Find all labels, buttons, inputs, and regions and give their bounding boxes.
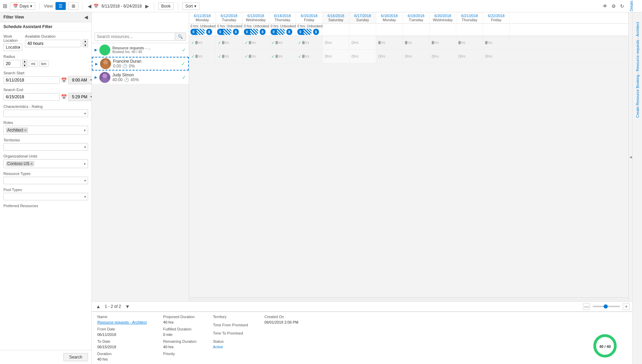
prev-date-button[interactable]: ◀ [87,3,92,10]
status-cell-10 [456,24,483,36]
zoom-thumb[interactable] [604,304,608,309]
pagination-next-button[interactable]: ▼ [124,303,131,310]
calendar-icon-2: 📅 [94,4,99,9]
zoom-out-button[interactable]: — [583,303,590,310]
status-cell-0: 0 hrs: Unbooked 0 8 [189,24,216,36]
sort-button[interactable]: Sort ▾ [182,2,199,10]
date-range-label: 6/11/2018 - 6/24/2018 [101,4,141,9]
judy-cell-2: ✓8hrs [243,50,269,63]
filter-collapse-button[interactable]: ◀ [84,14,88,20]
list-view-button[interactable]: ☰ [55,2,66,10]
search-button[interactable]: Search [63,353,88,361]
right-collapse-handle[interactable]: ◀ [628,12,632,301]
col-date: 6/20/2018 [432,14,454,18]
duration-up-arrow[interactable]: ▲ [83,39,88,43]
created-on-value: 06/01/2018 2:06 PM [264,320,298,324]
francine-cell-2: ✓8hrs [243,36,269,49]
search-end-date-input[interactable] [3,93,60,101]
duration-down-arrow[interactable]: ▼ [83,43,88,47]
radius-input[interactable] [3,60,21,67]
status-cell-4: 0 hrs: Unbooked 0 8 [296,24,323,36]
resource-search-button[interactable]: 🔍 [175,33,186,40]
judy-cell-8: 0hrs [403,50,430,63]
days-button[interactable]: 📅 Days ▾ [10,2,35,10]
francine-cell-5: 0hrs [323,36,349,49]
radius-up-arrow[interactable]: ▲ [22,60,27,63]
eye-icon[interactable]: 👁 [603,3,607,9]
name-value[interactable]: Resource requests - Architect [97,320,147,324]
from-date-value: 06/11/2018 [97,332,147,337]
date-navigation: ◀ 📅 6/11/2018 - 6/24/2018 ▶ [87,3,149,10]
pagination-prev-button[interactable]: ▲ [95,303,102,310]
from-date-label: From Date [97,327,147,331]
col-date: 6/18/2018 [378,14,400,18]
judy-cell-5: 0hrs [323,50,349,63]
territories-select[interactable] [3,143,88,151]
characteristics-select[interactable] [3,110,88,117]
judy-grid-row: ✓8hrs✓8hrs✓8hrs✓8hrs✓8hrs0hrs0hrs0hrs0hr… [189,50,628,63]
expand-icon[interactable]: ▶ [95,48,97,52]
search-start-date-row: 📅 9:00 AM ▾ [3,76,88,84]
pool-types-select[interactable] [3,193,88,200]
architect-tag-remove[interactable]: ✕ [24,128,27,132]
zoom-slider[interactable] [593,306,620,307]
col-header-6/16/2018: 6/16/2018 Saturday [323,12,349,23]
status-cell-1: 0 hrs: Unbooked 0 8 [216,24,243,36]
francine-expand-icon: ▶ [95,62,98,66]
work-location-select-wrap: Location Agnostic [3,43,22,51]
col-date: 6/22/2018 [485,14,507,18]
settings-icon[interactable]: ⚙ [612,3,616,9]
available-duration-input[interactable] [25,40,81,47]
horizontal-scrollbar[interactable] [189,297,628,301]
search-end-calendar-icon[interactable]: 📅 [61,94,67,100]
status-cell-5 [323,24,349,36]
col-date: 6/16/2018 [325,14,347,18]
create-resource-booking-label[interactable]: Create Resource Booking - Resource reque… [635,22,640,118]
francine-sub: 0:00 🕐 0% [113,64,179,68]
book-button[interactable]: Book [158,2,174,10]
resource-requests-info: Resource requests - ... Booked hrs: 40 /… [112,46,180,54]
contoso-tag-remove[interactable]: ✕ [30,162,33,166]
resource-types-label: Resource Types [3,172,88,176]
proposed-duration-value: 40 hrs [163,320,196,324]
col-day: Thursday [271,18,294,22]
col-header-6/19/2018: 6/19/2018 Tuesday [403,12,430,23]
roles-tag-input[interactable]: Architect ✕ ▾ [3,126,88,135]
status-columns: 0 hrs: Unbooked 0 8 0 hrs: Unbooked 0 8 [189,24,510,36]
judy-expand-icon: ▶ [95,75,97,79]
search-start-calendar-icon[interactable]: 📅 [61,77,67,83]
search-start-time-select[interactable]: 9:00 AM [68,76,91,84]
resource-types-select[interactable] [3,177,88,184]
roles-dropdown-arrow[interactable]: ▾ [84,128,86,132]
resource-search: 🔍 [95,33,186,41]
next-date-button[interactable]: ▶ [145,3,150,10]
work-location-select[interactable]: Location Agnostic [3,43,22,51]
francine-duran-row[interactable]: ▶ Francine Duran 0:00 🕐 0% [92,57,189,71]
francine-cell-1: ✓8hrs [216,36,243,49]
zoom-in-button[interactable]: + [623,303,630,310]
org-units-tag-input[interactable]: Contoso US ✕ ▾ [3,159,88,168]
search-start-date-input[interactable] [3,76,60,84]
radius-mi-button[interactable]: mi [29,61,38,67]
grid-header: 6/11/2018 Monday6/12/2018 Tuesday6/13/20… [189,12,628,24]
radius-down-arrow[interactable]: ▼ [22,64,27,67]
book-label: Book [161,4,171,9]
col-header-6/13/2018: 6/13/2018 Wednesday [243,12,269,23]
details-label[interactable]: Details [630,1,639,11]
org-units-dropdown-arrow[interactable]: ▾ [84,162,86,166]
duration-value: 40 hrs [97,357,147,361]
col-day: Saturday [325,18,347,22]
pool-types-label: Pool Types [3,188,88,192]
grid-view-button[interactable]: ⊞ [69,2,78,10]
name-label: Name [97,315,147,319]
territories-label: Territories [3,138,88,142]
refresh-icon[interactable]: ↻ [620,3,624,9]
search-end-time-select[interactable]: 5:29 PM [68,93,91,101]
judy-simon-row[interactable]: ▶ Judy Simon 40:00 🕐 45% [92,71,189,84]
radius-km-button[interactable]: km [39,61,49,67]
resource-search-input[interactable] [95,33,175,40]
status-value[interactable]: Active [213,345,248,349]
col-date: 6/15/2018 [298,14,320,18]
work-location-label: Work Location [3,34,22,42]
characteristics-label: Characteristics - Rating [3,104,88,109]
